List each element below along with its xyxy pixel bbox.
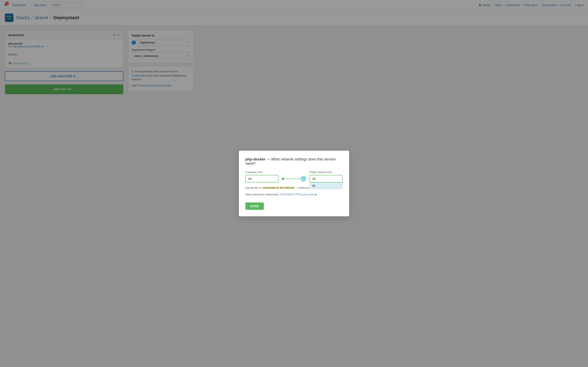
- modal-overlay[interactable]: php-docker — What network settings does …: [0, 0, 588, 99]
